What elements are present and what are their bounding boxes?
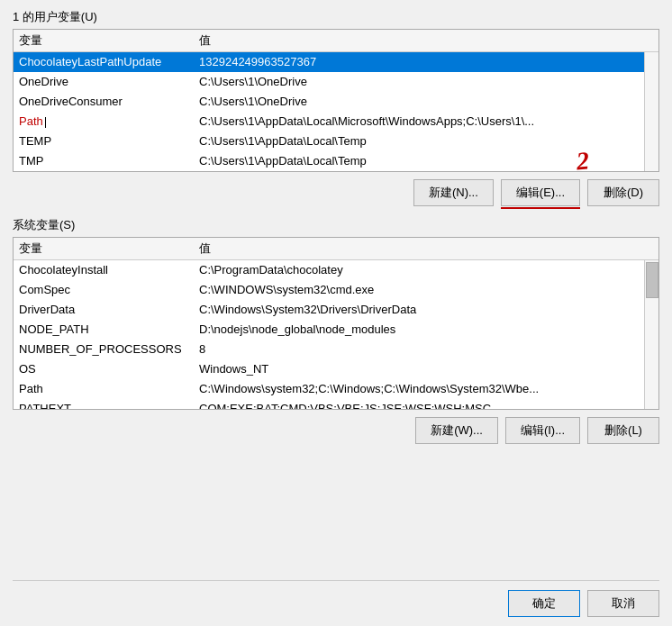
sys-table-row[interactable]: PATHEXTCOM;EXE;BAT;CMD;VBS;VBE;JS;JSE;WS… — [14, 399, 644, 409]
row-variable-name: ComSpec — [19, 283, 199, 296]
row-variable-value: C:\WINDOWS\system32\cmd.exe — [199, 283, 639, 296]
row-variable-value: C:\Users\1\AppData\Local\Temp — [199, 134, 639, 148]
sys-scrollbar[interactable] — [644, 260, 658, 409]
row-variable-value: C:\Users\1\OneDrive — [199, 95, 639, 108]
row-variable-value: C:\Windows\system32;C:\Windows;C:\Window… — [199, 382, 639, 395]
sys-table-header: 变量 值 — [14, 238, 658, 260]
user-edit-wrapper: 编辑(E)... — [501, 179, 580, 206]
row-variable-name: ChocolateyInstall — [19, 263, 199, 277]
sys-variables-table: 变量 值 ChocolateyInstallC:\ProgramData\cho… — [13, 237, 659, 410]
user-section-label: 1 的用户变量(U) — [13, 9, 659, 25]
sys-table-row[interactable]: DriverDataC:\Windows\System32\Drivers\Dr… — [14, 300, 644, 320]
row-variable-name: Path — [19, 382, 199, 395]
user-table-row[interactable]: OneDriveConsumerC:\Users\1\OneDrive — [14, 92, 644, 112]
row-variable-value: 132924249963527367 — [199, 55, 639, 68]
user-table-row[interactable]: ChocolateyLastPathUpdate1329242499635273… — [14, 52, 644, 72]
user-delete-button[interactable]: 删除(D) — [587, 179, 659, 206]
sys-variables-section: 系统变量(S) 变量 值 ChocolateyInstallC:\Program… — [13, 217, 659, 567]
edit-underline — [501, 207, 580, 209]
sys-table-row[interactable]: PathC:\Windows\system32;C:\Windows;C:\Wi… — [14, 379, 644, 399]
user-table-header: 变量 值 — [14, 30, 658, 52]
sys-edit-button[interactable]: 编辑(I)... — [505, 417, 580, 444]
user-header-var: 变量 — [19, 32, 199, 49]
row-variable-value: Windows_NT — [199, 362, 639, 376]
user-header-val: 值 — [199, 32, 653, 49]
row-variable-name: TEMP — [19, 134, 199, 148]
user-variables-section: 1 的用户变量(U) 变量 值 ChocolateyLastPathUpdate… — [13, 9, 659, 213]
row-variable-value: COM;EXE;BAT;CMD;VBS;VBE;JS;JSE;WSF;WSH;M… — [199, 402, 639, 409]
row-variable-name: ChocolateyLastPathUpdate — [19, 55, 199, 68]
user-new-button[interactable]: 新建(N)... — [413, 179, 494, 206]
user-table-row[interactable]: PathC:\Users\1\AppData\Local\Microsoft\W… — [14, 112, 644, 132]
ok-button[interactable]: 确定 — [508, 590, 580, 617]
sys-btn-row: 新建(W)... 编辑(I)... 删除(L) — [13, 417, 659, 444]
user-table-row[interactable]: OneDriveC:\Users\1\OneDrive — [14, 72, 644, 92]
sys-table-row[interactable]: NUMBER_OF_PROCESSORS8 — [14, 340, 644, 359]
row-variable-value: C:\Windows\System32\Drivers\DriverData — [199, 303, 639, 316]
row-variable-name: OneDrive — [19, 75, 199, 88]
sys-table-row[interactable]: OSWindows_NT — [14, 359, 644, 379]
row-variable-name: OS — [19, 362, 199, 376]
row-variable-name: PATHEXT — [19, 402, 199, 409]
sys-table-row[interactable]: NODE_PATHD:\nodejs\node_global\node_modu… — [14, 320, 644, 340]
user-scrollbar[interactable] — [644, 52, 658, 171]
row-variable-name: NUMBER_OF_PROCESSORS — [19, 342, 199, 356]
row-variable-name: OneDriveConsumer — [19, 95, 199, 108]
user-table-row[interactable]: TMPC:\Users\1\AppData\Local\Temp — [14, 151, 644, 171]
sys-table-row[interactable]: ChocolateyInstallC:\ProgramData\chocolat… — [14, 260, 644, 280]
footer-buttons: 确定 取消 — [13, 580, 659, 617]
row-variable-value: C:\Users\1\OneDrive — [199, 75, 639, 88]
row-variable-name: Path — [19, 114, 199, 128]
row-variable-name: TMP — [19, 154, 199, 168]
user-table-body[interactable]: ChocolateyLastPathUpdate1329242499635273… — [14, 52, 644, 171]
row-variable-name: NODE_PATH — [19, 322, 199, 336]
user-btn-row: 2 新建(N)... 编辑(E)... 删除(D) — [13, 179, 659, 206]
sys-new-button[interactable]: 新建(W)... — [415, 417, 498, 444]
user-variables-table: 变量 值 ChocolateyLastPathUpdate13292424996… — [13, 29, 659, 172]
row-variable-value: 8 — [199, 342, 639, 356]
row-variable-name: DriverData — [19, 303, 199, 316]
sys-table-body-wrapper: ChocolateyInstallC:\ProgramData\chocolat… — [14, 260, 658, 409]
row-variable-value: D:\nodejs\node_global\node_modules — [199, 322, 639, 336]
sys-delete-button[interactable]: 删除(L) — [587, 417, 659, 444]
user-edit-button[interactable]: 编辑(E)... — [501, 179, 580, 206]
sys-table-row[interactable]: ComSpecC:\WINDOWS\system32\cmd.exe — [14, 280, 644, 300]
row-variable-value: C:\Users\1\AppData\Local\Temp — [199, 154, 639, 168]
sys-header-var: 变量 — [19, 240, 199, 257]
row-variable-value: C:\Users\1\AppData\Local\Microsoft\Windo… — [199, 114, 639, 128]
sys-header-val: 值 — [199, 240, 653, 257]
sys-table-body[interactable]: ChocolateyInstallC:\ProgramData\chocolat… — [14, 260, 644, 409]
cancel-button[interactable]: 取消 — [587, 590, 659, 617]
row-variable-value: C:\ProgramData\chocolatey — [199, 263, 639, 277]
user-table-body-wrapper: ChocolateyLastPathUpdate1329242499635273… — [14, 52, 658, 171]
user-table-row[interactable]: TEMPC:\Users\1\AppData\Local\Temp — [14, 132, 644, 151]
sys-section-label: 系统变量(S) — [13, 217, 659, 233]
